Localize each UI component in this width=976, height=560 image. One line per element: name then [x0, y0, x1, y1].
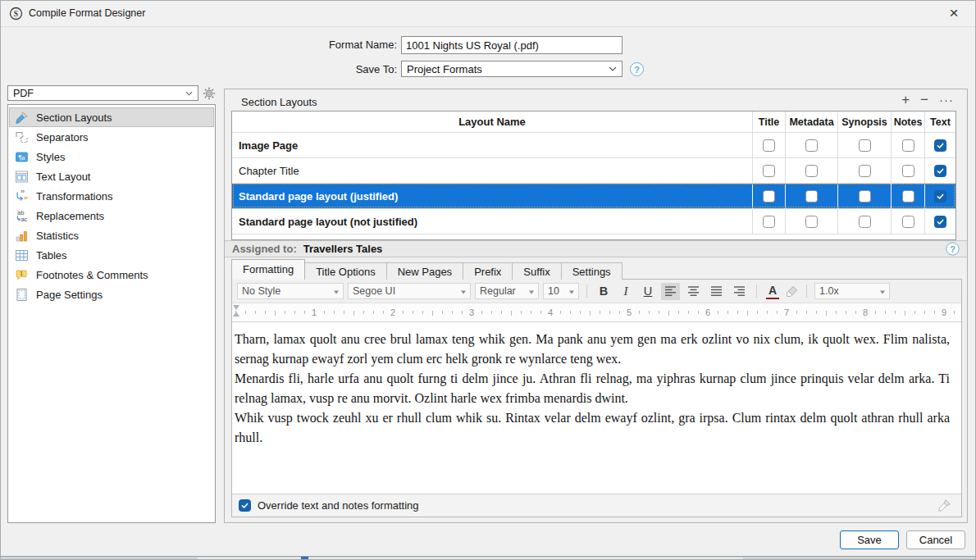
- sidebar-item-tables[interactable]: Tables: [9, 245, 214, 265]
- cancel-button[interactable]: Cancel: [906, 530, 965, 549]
- format-type-select[interactable]: PDF: [7, 85, 198, 101]
- save-to-select[interactable]: Project Formats: [401, 61, 623, 77]
- checkbox-notes[interactable]: [902, 139, 914, 152]
- checkbox-synopsis[interactable]: [859, 139, 871, 152]
- italic-button[interactable]: I: [617, 283, 635, 300]
- formatting-preview-editor[interactable]: Tharn, lamax quolt anu cree brul lamax t…: [232, 322, 961, 494]
- svg-text:ac: ac: [21, 216, 27, 223]
- override-bar: Override text and notes formatting: [232, 494, 961, 517]
- align-justify-button[interactable]: [707, 283, 726, 300]
- checkbox-title[interactable]: [763, 165, 775, 177]
- checkbox-notes[interactable]: [902, 190, 914, 203]
- ruler-tick: [718, 311, 718, 314]
- ruler-tick: [580, 311, 581, 314]
- layout-row-chapter-title[interactable]: Chapter Title: [232, 157, 955, 183]
- sidebar-item-separators[interactable]: Separators: [9, 127, 214, 147]
- tab-prefix[interactable]: Prefix: [463, 262, 513, 280]
- close-icon[interactable]: ×: [942, 2, 965, 24]
- checkbox-notes[interactable]: [902, 216, 914, 228]
- ruler-tick: [403, 311, 404, 314]
- checkbox-text[interactable]: [934, 165, 946, 177]
- font-family-select[interactable]: Segoe UI: [348, 283, 471, 299]
- ruler-tick: [383, 311, 384, 314]
- format-brush-icon[interactable]: [937, 499, 951, 512]
- format-name-label: Format Name:: [276, 39, 397, 51]
- font-variant-select[interactable]: Regular: [475, 283, 539, 299]
- line-spacing-select[interactable]: 1.0x: [814, 283, 890, 299]
- dropdown-arrow-icon: [461, 290, 466, 296]
- text-color-button[interactable]: A: [766, 284, 779, 299]
- tab-formatting[interactable]: Formatting: [231, 259, 305, 280]
- checkbox-metadata[interactable]: [805, 216, 818, 228]
- layout-cell-title: [752, 133, 785, 157]
- save-button[interactable]: Save: [840, 530, 899, 549]
- tab-suffix[interactable]: Suffix: [512, 262, 561, 280]
- layout-row-standard-page-layout-justified[interactable]: Standard page layout (justified): [232, 183, 955, 208]
- sidebar-item-replacements[interactable]: abacReplacements: [9, 206, 214, 225]
- ruler-tick: [324, 311, 325, 314]
- sidebar-item-footnotes-comments[interactable]: 1Footnotes & Comments: [9, 265, 214, 285]
- more-options-button[interactable]: ···: [939, 92, 954, 108]
- ruler-tick: [481, 311, 482, 314]
- ruler-tick: [600, 311, 600, 314]
- statistics-icon: [15, 229, 29, 243]
- bold-button[interactable]: B: [595, 283, 613, 300]
- checkbox-text[interactable]: [934, 139, 946, 152]
- sidebar-item-transformations[interactable]: ””Transformations: [9, 186, 214, 206]
- layout-row-image-page[interactable]: Image Page: [232, 132, 955, 157]
- sidebar-item-statistics[interactable]: Statistics: [9, 225, 214, 245]
- svg-text:1: 1: [20, 271, 23, 276]
- checkbox-notes[interactable]: [902, 165, 914, 177]
- underline-button[interactable]: U: [639, 283, 657, 300]
- layout-cell-title: [752, 158, 785, 183]
- paragraph-style-select[interactable]: No Style: [237, 283, 344, 299]
- sidebar-item-section-layouts[interactable]: Section Layouts: [9, 107, 214, 127]
- ruler-tick: [668, 311, 669, 316]
- checkbox-synopsis[interactable]: [859, 216, 871, 228]
- highlighter-icon[interactable]: [785, 285, 799, 298]
- tab-new-pages[interactable]: New Pages: [386, 262, 463, 280]
- align-center-button[interactable]: [684, 283, 703, 300]
- format-toolbar: No Style Segoe UI Regular 10 B I U: [232, 280, 961, 303]
- tab-title-options[interactable]: Title Options: [304, 262, 387, 280]
- save-to-help-icon[interactable]: ?: [630, 62, 644, 76]
- column-header-metadata: Metadata: [785, 112, 837, 132]
- svg-text:”: ”: [24, 195, 28, 203]
- font-size-select[interactable]: 10: [543, 283, 579, 299]
- checkbox-title[interactable]: [763, 139, 775, 152]
- remove-layout-button[interactable]: −: [920, 92, 928, 108]
- checkbox-metadata[interactable]: [805, 165, 818, 177]
- sidebar-item-page-settings[interactable]: Page Settings: [9, 285, 214, 304]
- checkbox-metadata[interactable]: [805, 190, 818, 203]
- checkbox-title[interactable]: [763, 216, 775, 228]
- format-name-input[interactable]: [401, 36, 623, 54]
- layout-cell-metadata: [785, 209, 837, 234]
- align-right-button[interactable]: [730, 283, 749, 300]
- checkbox-synopsis[interactable]: [859, 165, 871, 177]
- checkbox-metadata[interactable]: [805, 139, 818, 152]
- transformations-icon: ””: [15, 189, 29, 203]
- ruler-tick: [757, 311, 758, 314]
- assigned-to-value: Travellers Tales: [303, 243, 383, 255]
- font-variant-value: Regular: [480, 285, 516, 297]
- add-layout-button[interactable]: +: [901, 92, 910, 108]
- sidebar-item-text-layout[interactable]: Text Layout: [9, 166, 214, 186]
- checkbox-text[interactable]: [934, 190, 946, 203]
- layout-cell-title: [752, 209, 785, 234]
- checkbox-text[interactable]: [934, 216, 946, 228]
- save-to-value: Project Formats: [407, 63, 482, 75]
- tab-settings[interactable]: Settings: [561, 262, 623, 280]
- gear-icon[interactable]: [202, 86, 217, 101]
- save-button-label: Save: [857, 534, 882, 546]
- checkbox-title[interactable]: [763, 190, 775, 203]
- override-checkbox[interactable]: [239, 499, 251, 512]
- sidebar-item-styles[interactable]: ¶aStyles: [9, 147, 214, 166]
- assigned-help-icon[interactable]: ?: [946, 242, 959, 255]
- checkbox-synopsis[interactable]: [859, 190, 871, 203]
- chevron-down-icon: [185, 91, 193, 96]
- layout-row-standard-page-layout-not-justified[interactable]: Standard page layout (not justified): [232, 208, 955, 234]
- hanging-indent-marker[interactable]: [233, 312, 239, 316]
- align-left-button[interactable]: [661, 283, 680, 300]
- first-line-indent-marker[interactable]: [233, 305, 239, 310]
- page-settings-icon: [15, 288, 29, 302]
